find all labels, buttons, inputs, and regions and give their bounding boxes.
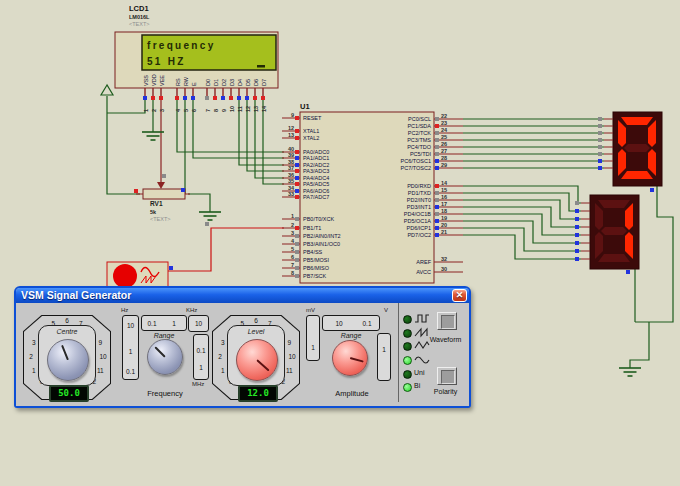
pin-state-square	[295, 217, 299, 221]
pin-state-square	[575, 249, 579, 253]
svg-text:PD0/RXD: PD0/RXD	[407, 183, 431, 189]
pin-state-square	[295, 274, 299, 278]
svg-text:17: 17	[441, 201, 447, 207]
power-terminal-icon[interactable]	[101, 85, 113, 95]
wire[interactable]	[635, 186, 673, 322]
wire[interactable]	[463, 228, 581, 251]
svg-text:D1: D1	[213, 79, 219, 86]
wire[interactable]	[107, 98, 145, 113]
wire[interactable]	[463, 235, 581, 259]
pin-state-square	[598, 131, 602, 135]
pin-state-square	[162, 174, 166, 178]
pin-state-square	[134, 189, 138, 193]
wire[interactable]	[463, 214, 581, 235]
svg-text:PC0/SCL: PC0/SCL	[408, 116, 431, 122]
svg-text:35: 35	[288, 178, 294, 184]
mcu-ref-label: U1	[300, 102, 310, 111]
pin-state-square	[213, 96, 217, 100]
waveform-button[interactable]	[437, 312, 457, 330]
svg-text:37: 37	[288, 165, 294, 171]
svg-text:12: 12	[245, 106, 251, 112]
svg-text:20: 20	[441, 222, 447, 228]
svg-text:21: 21	[441, 229, 447, 235]
wire[interactable]	[463, 193, 581, 211]
proteus-schematic-canvas: frequency 51 HZ LCD1 LM016L <TEXT> U1 RV…	[0, 0, 680, 486]
pot-annotation-label: <TEXT>	[150, 216, 170, 222]
signal-generator-component[interactable]	[107, 262, 168, 288]
pin-state-square	[237, 96, 241, 100]
wire[interactable]	[463, 200, 581, 219]
uni-led	[403, 370, 412, 379]
lcd-ref-label: LCD1	[129, 4, 149, 13]
pin-state-square	[435, 138, 439, 142]
svg-text:PC1/SDA: PC1/SDA	[407, 123, 431, 129]
pot-wiper-arrow-icon	[157, 182, 165, 189]
pin-state-square	[295, 266, 299, 270]
level-knob[interactable]	[236, 339, 278, 381]
pin-state-square	[295, 163, 299, 167]
amp-top-scale-box: 10 0.1	[322, 315, 380, 331]
amplitude-range-label: Range	[322, 332, 380, 339]
level-knob-needle	[229, 332, 285, 388]
sawtooth-wave-led	[403, 329, 412, 338]
svg-text:16: 16	[441, 194, 447, 200]
polarity-caption: Polarity	[425, 388, 466, 395]
frequency-caption: Frequency	[120, 389, 210, 398]
svg-text:D2: D2	[221, 79, 227, 86]
svg-text:3: 3	[159, 109, 165, 112]
pin-state-square	[575, 257, 579, 261]
svg-text:32: 32	[441, 256, 447, 262]
pin-state-square	[295, 226, 299, 230]
svg-text:5: 5	[291, 246, 294, 252]
pin-state-square	[435, 184, 439, 188]
pin-state-square	[191, 96, 195, 100]
dial-scale-number: 6	[61, 317, 73, 324]
lcd-cursor	[257, 65, 265, 68]
pin-state-square	[575, 225, 579, 229]
wire[interactable]	[107, 96, 140, 194]
wire[interactable]	[255, 98, 284, 178]
wire[interactable]	[463, 221, 581, 243]
amplitude-range-knob[interactable]	[332, 340, 368, 376]
pin-state-square	[435, 152, 439, 156]
wire[interactable]	[630, 322, 649, 368]
lcd-line-2: 51 HZ	[147, 56, 186, 67]
khz-unit-label: KHz	[186, 307, 197, 313]
window-title: VSM Signal Generator	[21, 289, 131, 301]
svg-text:D6: D6	[253, 79, 259, 86]
khz-scale-box: 0.1 1	[141, 315, 187, 331]
pin-state-square	[598, 159, 602, 163]
ground-icon	[199, 212, 221, 220]
seven-segment-display-top[interactable]	[613, 112, 662, 186]
dial-scale-number: 11	[283, 367, 295, 374]
svg-text:27: 27	[441, 148, 447, 154]
pin-state-square	[143, 96, 147, 100]
svg-text:VEE: VEE	[159, 75, 165, 86]
pin-state-square	[575, 209, 579, 213]
svg-text:AREF: AREF	[416, 259, 431, 265]
frequency-range-knob[interactable]	[147, 339, 183, 375]
khz-scale-box-end: 10	[188, 315, 209, 332]
amplitude-range-group: mV V 1 10 0.1 1 Range Amplitude	[304, 303, 400, 402]
svg-text:23: 23	[441, 120, 447, 126]
seven-segment-display-bottom[interactable]	[590, 195, 639, 269]
wire[interactable]	[188, 194, 210, 212]
svg-text:33: 33	[288, 191, 294, 197]
centre-knob[interactable]	[47, 339, 89, 381]
wire[interactable]	[463, 207, 581, 227]
polarity-button[interactable]	[437, 367, 457, 385]
dial-scale-number: 6	[250, 317, 262, 324]
svg-text:6: 6	[291, 254, 294, 260]
pin-state-square	[435, 198, 439, 202]
pin-state-square	[295, 156, 299, 160]
window-titlebar[interactable]: VSM Signal Generator ✕	[16, 288, 469, 303]
centre-dial-label: Centre	[39, 328, 95, 335]
svg-text:25: 25	[441, 134, 447, 140]
pin-state-square	[261, 96, 265, 100]
svg-text:1: 1	[143, 109, 149, 112]
close-icon[interactable]: ✕	[452, 289, 467, 302]
svg-text:14: 14	[441, 180, 448, 186]
wire[interactable]	[168, 228, 284, 271]
svg-text:PA5/ADC5: PA5/ADC5	[303, 181, 329, 187]
svg-text:RW: RW	[183, 76, 189, 86]
